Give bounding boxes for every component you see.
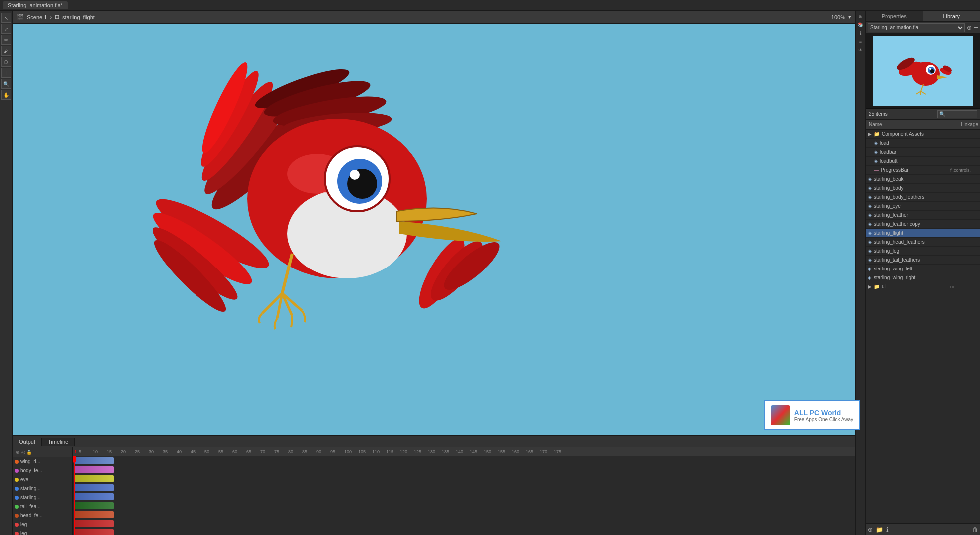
new-symbol-button[interactable]: ⊕	[868, 526, 873, 533]
symbol-icon-eye: ◈	[868, 203, 872, 209]
layer-name-eye: eye	[20, 477, 28, 482]
timeline-tracks[interactable]: 1 5 10 15 20 25 30 35 40 45 50 55	[73, 447, 855, 535]
expand-icon: ▶	[868, 131, 872, 137]
library-list[interactable]: ▶ 📁 Component Assets ◈ load ◈ loadbar ◈ …	[866, 130, 980, 523]
new-library-icon[interactable]: ⊕	[967, 24, 972, 31]
track-tail-fea	[73, 501, 855, 510]
folder-icon: 📁	[874, 131, 880, 137]
track-bar-body-fe	[74, 466, 114, 473]
folder-icon-ui: 📁	[874, 284, 880, 289]
layer-head-fe[interactable]: head_fe...	[13, 511, 72, 520]
lib-name-starling-body-feathers: starling_body_feathers	[874, 194, 980, 200]
track-bar-eye	[74, 475, 114, 482]
lib-linkage-ui: ui	[950, 284, 980, 289]
tool-transform[interactable]: ⤢	[1, 24, 11, 34]
eye-icon[interactable]: 👁	[857, 47, 864, 54]
lib-name-loadbutt: loadbutt	[880, 158, 980, 164]
lib-item-starling-eye[interactable]: ◈ starling_eye	[866, 202, 980, 211]
main-area: ↖ ⤢ ✏ 🖌 ⬡ T 🔍 ✋ 🎬 Scene 1 › ⊞ starling_f…	[0, 11, 980, 535]
tab-timeline[interactable]: Timeline	[42, 438, 75, 446]
lib-item-ui[interactable]: ▶ 📁 ui ui	[866, 282, 980, 291]
library-header: Name Linkage	[866, 120, 980, 130]
right-edge-toolbar: ⊞ 📚 ℹ ≡ 👁	[855, 11, 865, 535]
window-tab[interactable]: Starling_animation.fla*	[3, 1, 68, 9]
library-preview	[866, 34, 980, 109]
tool-hand[interactable]: ✋	[1, 90, 11, 100]
lib-name-ui: ui	[882, 284, 948, 289]
timeline-tabs: Output Timeline	[13, 436, 855, 447]
layer-starling-2[interactable]: starling...	[13, 493, 72, 502]
tab-output[interactable]: Output	[13, 438, 42, 446]
layer-eye[interactable]: eye	[13, 475, 72, 484]
tracks-content	[73, 456, 855, 535]
properties-button[interactable]: ℹ	[886, 526, 889, 533]
layer-leg-1[interactable]: leg	[13, 520, 72, 529]
bird-illustration	[153, 34, 502, 333]
playhead[interactable]	[74, 456, 75, 535]
symbol-icon-head-feathers: ◈	[868, 239, 872, 245]
lib-item-starling-head-feathers[interactable]: ◈ starling_head_feathers	[866, 238, 980, 247]
align-icon[interactable]: ≡	[858, 38, 863, 45]
layer-leg-2[interactable]: leg	[13, 529, 72, 535]
library-search-input[interactable]	[937, 110, 977, 118]
watermark-logo	[771, 405, 790, 425]
track-starling-1	[73, 483, 855, 492]
left-toolbar: ↖ ⤢ ✏ 🖌 ⬡ T 🔍 ✋	[0, 11, 13, 535]
lib-item-component-assets[interactable]: ▶ 📁 Component Assets	[866, 130, 980, 139]
symbol-icon-wing-right: ◈	[868, 275, 872, 280]
lib-item-starling-body[interactable]: ◈ starling_body	[866, 184, 980, 193]
lib-linkage-progressbar: fl.controls.	[950, 168, 980, 173]
scene-icon: 🎬	[17, 14, 24, 20]
library-actions: ⊕ 📁 ℹ 🗑	[866, 523, 980, 535]
tool-fill[interactable]: ⬡	[1, 57, 11, 67]
lib-item-starling-wing-right[interactable]: ◈ starling_wing_right	[866, 273, 980, 282]
tool-zoom[interactable]: 🔍	[1, 79, 11, 89]
delete-button[interactable]: 🗑	[972, 526, 978, 533]
lib-item-starling-tail-feathers[interactable]: ◈ starling_tail_feathers	[866, 256, 980, 265]
layer-tail-fea[interactable]: tail_fea...	[13, 502, 72, 511]
lib-item-loadbar[interactable]: ◈ loadbar	[866, 148, 980, 157]
library-file-dropdown[interactable]: Starling_animation.fla	[868, 23, 965, 32]
right-panel: Properties Library Starling_animation.fl…	[865, 11, 980, 535]
symbol-icon: ⊞	[55, 14, 59, 20]
track-wing-ri	[73, 456, 855, 465]
tab-properties[interactable]: Properties	[866, 11, 923, 21]
tool-pencil[interactable]: ✏	[1, 35, 11, 45]
layer-wing-ri[interactable]: wing_ri...	[13, 457, 72, 466]
layer-body-fe[interactable]: body_fe...	[13, 466, 72, 475]
lib-item-loadbutt[interactable]: ◈ loadbutt	[866, 157, 980, 166]
svg-point-27	[930, 69, 934, 73]
symbol-icon-feather-copy: ◈	[868, 221, 872, 227]
lib-item-starling-flight[interactable]: ◈ starling_flight	[866, 229, 980, 238]
lib-name-starling-tail-feathers: starling_tail_feathers	[874, 257, 980, 263]
layer-starling-1[interactable]: starling...	[13, 484, 72, 493]
tool-brush[interactable]: 🖌	[1, 46, 11, 56]
info-icon[interactable]: ℹ	[859, 30, 862, 37]
symbol-icon-body-feathers: ◈	[868, 194, 872, 200]
tool-text[interactable]: T	[1, 68, 11, 78]
lib-item-starling-feather[interactable]: ◈ starling_feather	[866, 211, 980, 220]
zoom-dropdown-icon[interactable]: ▾	[848, 14, 851, 20]
track-bar-leg-1	[74, 520, 114, 527]
lib-item-progressbar[interactable]: — ProgressBar fl.controls.	[866, 166, 980, 175]
right-panel-tabs: Properties Library	[866, 11, 980, 22]
library-icon[interactable]: 📚	[857, 21, 864, 28]
properties-icon[interactable]: ⊞	[858, 13, 864, 20]
layer-name-starling-2: starling...	[20, 495, 41, 500]
tool-select[interactable]: ↖	[1, 13, 11, 23]
tab-library[interactable]: Library	[923, 11, 980, 21]
lib-item-starling-wing-left[interactable]: ◈ starling_wing_left	[866, 265, 980, 273]
track-starling-2	[73, 492, 855, 501]
lib-name-starling-beak: starling_beak	[874, 176, 980, 182]
new-folder-button[interactable]: 📁	[876, 526, 883, 533]
track-bar-leg-2	[74, 529, 114, 535]
library-menu-icon[interactable]: ☰	[974, 25, 978, 30]
lib-item-load[interactable]: ◈ load	[866, 139, 980, 148]
layer-name-leg-1: leg	[20, 522, 27, 527]
lib-item-starling-beak[interactable]: ◈ starling_beak	[866, 175, 980, 184]
lib-name-starling-feather: starling_feather	[874, 212, 980, 218]
lib-item-starling-feather-copy[interactable]: ◈ starling_feather copy	[866, 220, 980, 229]
lib-item-starling-leg[interactable]: ◈ starling_leg	[866, 247, 980, 256]
timeline-body: ⊕ ◎ 🔒 wing_ri... body_fe... eye	[13, 447, 855, 535]
lib-item-starling-body-feathers[interactable]: ◈ starling_body_feathers	[866, 193, 980, 202]
